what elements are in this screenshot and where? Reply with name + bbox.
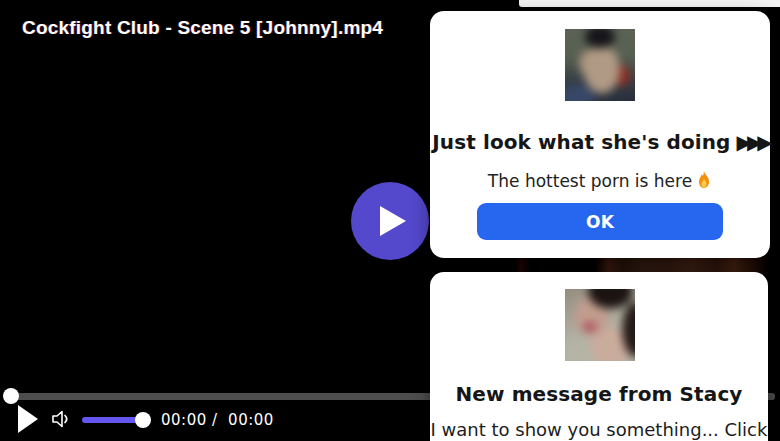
ad-body-text: The hottest porn is here: [488, 171, 692, 191]
volume-thumb[interactable]: [135, 412, 151, 428]
ad-body: I want to show you something... Click to: [430, 419, 768, 441]
triple-arrow-icon: ▶▶▶: [737, 130, 768, 154]
ad-body: The hottest porn is here: [430, 171, 770, 191]
time-separator: /: [207, 411, 228, 429]
progress-thumb[interactable]: [3, 388, 19, 404]
big-play-button[interactable]: [351, 182, 429, 260]
ad-heading: New message from Stacy: [430, 382, 768, 406]
volume-icon[interactable]: [51, 409, 71, 429]
ad-popup-new-message[interactable]: New message from Stacy I want to show yo…: [430, 272, 768, 441]
thumbnail-image: [565, 29, 635, 101]
current-time: 00:00: [161, 411, 207, 429]
fire-emoji: [696, 171, 712, 189]
ok-button[interactable]: OK: [477, 203, 723, 240]
video-title: Cockfight Club - Scene 5 [Johnny].mp4: [22, 17, 383, 39]
ad-thumbnail-stacy[interactable]: [565, 289, 635, 361]
play-control-icon[interactable]: [18, 405, 38, 433]
ad-thumbnail-webcam[interactable]: [565, 29, 635, 101]
duration: 00:00: [228, 411, 274, 429]
ad-heading: Just look what she's doing▶▶▶: [430, 130, 770, 154]
time-display: 00:00 / 00:00: [161, 411, 274, 429]
play-icon: [380, 206, 406, 236]
ad-popup-hottest-porn[interactable]: Just look what she's doing▶▶▶ The hottes…: [430, 11, 770, 258]
ad-heading-text: Just look what she's doing: [432, 130, 730, 154]
offscreen-popup-edge: [519, 0, 780, 7]
thumbnail-image: [565, 289, 635, 361]
volume-slider[interactable]: [82, 417, 143, 423]
